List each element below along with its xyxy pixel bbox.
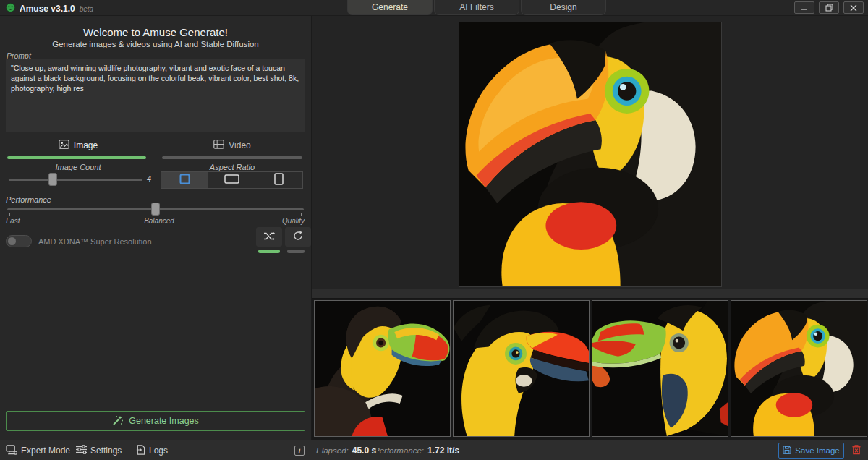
beta-tag: beta (80, 5, 93, 13)
aspect-portrait-icon (274, 173, 284, 188)
aspect-landscape-button[interactable] (208, 172, 255, 188)
main-generated-image (459, 22, 722, 287)
preview-splitter[interactable] (312, 289, 868, 299)
tick-fast-label: Fast (6, 217, 20, 225)
super-resolution-toggle[interactable] (6, 235, 32, 247)
tab-ai-filters[interactable]: AI Filters (434, 0, 519, 15)
titlebar: Amuse v3.1.0 beta Generate AI Filters De… (0, 0, 868, 16)
tick-balanced-mark (156, 213, 156, 216)
aspect-landscape-icon (224, 174, 239, 187)
tab-design[interactable]: Design (521, 0, 606, 15)
logs-document-icon (136, 445, 145, 457)
shuffle-icon (263, 231, 275, 244)
elapsed-metric: Elapsed: 45.0 s (316, 440, 376, 460)
statusbar: Expert Mode Settings Logs i Elapsed: 45.… (0, 440, 868, 460)
app-identity: Amuse v3.1.0 beta (6, 2, 93, 15)
toucan-thumb-2 (454, 301, 589, 436)
elapsed-value: 45.0 s (352, 446, 376, 456)
toucan-thumb-1 (315, 301, 450, 436)
welcome-title: Welcome to Amuse Generate! (0, 26, 311, 38)
aspect-portrait-button[interactable] (255, 172, 302, 188)
mode-tab-video-label: Video (229, 140, 250, 150)
performance-metric-label: Performance: (374, 446, 424, 455)
elapsed-label: Elapsed: (316, 446, 349, 455)
video-tab-inactive-indicator (162, 156, 302, 159)
trash-icon (851, 444, 861, 458)
save-image-label: Save Image (795, 446, 839, 455)
thumbnail-4[interactable] (731, 300, 867, 437)
save-image-button[interactable]: Save Image (778, 443, 844, 459)
aspect-ratio-selector (161, 171, 303, 189)
prompt-input[interactable]: "Close up, award winning wildlife photog… (6, 59, 305, 132)
info-icon[interactable]: i (294, 446, 305, 456)
toucan-thumb-3 (592, 301, 728, 436)
settings-sliders-icon (76, 445, 87, 456)
thumbnail-2[interactable] (453, 300, 590, 437)
thumbnail-strip (312, 299, 868, 440)
settings-button[interactable]: Settings (76, 440, 122, 460)
image-count-slider-handle[interactable] (48, 173, 57, 186)
window-controls (794, 1, 864, 14)
logs-button[interactable]: Logs (136, 440, 168, 460)
random-seed-button[interactable] (256, 227, 282, 247)
app-title: Amuse v3.1.0 (20, 4, 75, 14)
expert-mode-button[interactable]: Expert Mode (6, 440, 70, 460)
generate-settings-panel: Welcome to Amuse Generate! Generate imag… (0, 16, 311, 440)
generate-images-button[interactable]: Generate Images (6, 411, 305, 431)
thumbnail-3[interactable] (592, 300, 728, 437)
toggle-knob (8, 237, 16, 245)
mode-tab-video[interactable]: Video (161, 137, 304, 153)
tick-balanced-label: Balanced (137, 217, 181, 225)
aspect-square-icon (179, 174, 190, 187)
expert-mode-icon (6, 445, 17, 457)
close-button[interactable] (843, 1, 864, 14)
tab-generate[interactable]: Generate (347, 0, 433, 15)
top-tabstrip: Generate AI Filters Design (347, 0, 606, 15)
save-floppy-icon (783, 446, 791, 456)
tick-quality-mark (301, 213, 302, 216)
image-count-label: Image Count (6, 163, 150, 171)
welcome-subtitle: Generate images & videos using AI and St… (0, 40, 311, 48)
toucan-main-image (459, 22, 721, 286)
logs-label: Logs (149, 446, 168, 456)
minimize-button[interactable] (794, 1, 814, 14)
mode-tab-image[interactable]: Image (6, 137, 150, 153)
refresh-seed-button[interactable] (285, 227, 311, 247)
app-logo-icon (6, 2, 15, 15)
generate-images-label: Generate Images (129, 416, 199, 426)
tick-fast-mark (9, 213, 10, 216)
shuffle-active-indicator (258, 250, 280, 253)
expert-mode-label: Expert Mode (21, 446, 70, 456)
mode-tab-image-label: Image (74, 140, 98, 150)
image-tab-active-indicator (7, 156, 146, 159)
refresh-icon (293, 231, 303, 244)
preview-area (311, 16, 868, 440)
thumbnail-1[interactable] (314, 300, 451, 437)
aspect-ratio-label: Aspect Ratio (161, 163, 304, 171)
image-count-slider-track[interactable] (9, 179, 142, 181)
toucan-thumb-4 (731, 301, 867, 436)
aspect-square-button[interactable] (161, 172, 208, 188)
delete-image-button[interactable] (849, 443, 864, 458)
refresh-inactive-indicator (287, 250, 305, 253)
performance-label: Performance (6, 195, 78, 204)
amuse-window: Amuse v3.1.0 beta Generate AI Filters De… (0, 0, 868, 460)
settings-label: Settings (90, 446, 122, 456)
tick-quality-label: Quality (278, 217, 305, 225)
restore-button[interactable] (819, 1, 839, 14)
video-icon (213, 140, 224, 151)
performance-metric: Performance: 1.72 it/s (374, 440, 459, 460)
performance-metric-value: 1.72 it/s (427, 446, 459, 456)
magic-wand-icon (112, 414, 124, 428)
super-resolution-label: AMD XDNA™ Super Resolution (38, 237, 152, 246)
image-icon (59, 140, 69, 151)
image-count-value: 4 (143, 174, 155, 183)
